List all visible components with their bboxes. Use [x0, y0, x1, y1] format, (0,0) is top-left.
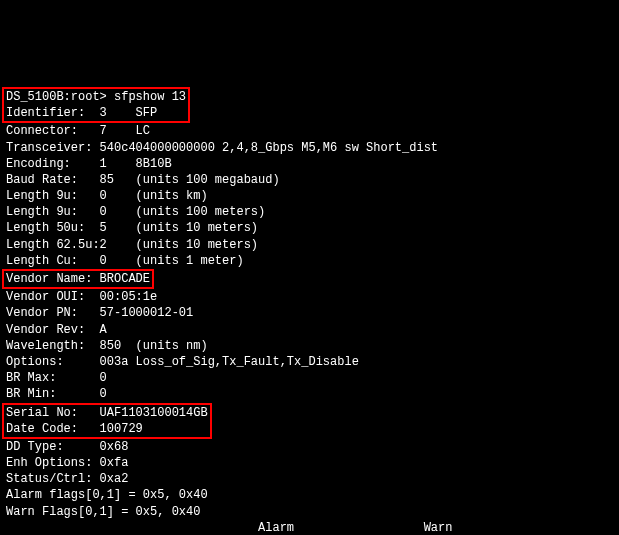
- br-max-line: BR Max: 0: [6, 371, 107, 385]
- alarm-flags-line: Alarm flags[0,1] = 0x5, 0x40: [6, 488, 208, 502]
- connector-line: Connector: 7 LC: [6, 124, 150, 138]
- status-ctrl-line: Status/Ctrl: 0xa2: [6, 472, 128, 486]
- length-62-5u-line: Length 62.5u:2 (units 10 meters): [6, 238, 258, 252]
- enh-options-line: Enh Options: 0xfa: [6, 456, 128, 470]
- length-9u-100m-line: Length 9u: 0 (units 100 meters): [6, 205, 265, 219]
- warn-flags-line: Warn Flags[0,1] = 0x5, 0x40: [6, 505, 200, 519]
- dd-type-line: DD Type: 0x68: [6, 440, 128, 454]
- vendor-pn-line: Vendor PN: 57-1000012-01: [6, 306, 193, 320]
- baud-rate-line: Baud Rate: 85 (units 100 megabaud): [6, 173, 280, 187]
- encoding-line: Encoding: 1 8B10B: [6, 157, 172, 171]
- table-header: Alarm Warn: [6, 521, 452, 535]
- vendor-oui-line: Vendor OUI: 00:05:1e: [6, 290, 157, 304]
- length-9u-km-line: Length 9u: 0 (units km): [6, 189, 208, 203]
- length-50u-line: Length 50u: 5 (units 10 meters): [6, 221, 258, 235]
- vendor-name-line: Vendor Name: BROCADE: [2, 269, 154, 289]
- terminal-output: DS_5100B:root> sfpshow 13 Identifier: 3 …: [6, 71, 613, 535]
- command-prompt: DS_5100B:root> sfpshow 13 Identifier: 3 …: [2, 87, 190, 123]
- vendor-rev-line: Vendor Rev: A: [6, 323, 107, 337]
- transceiver-line: Transceiver: 540c404000000000 2,4,8_Gbps…: [6, 141, 438, 155]
- length-cu-line: Length Cu: 0 (units 1 meter): [6, 254, 244, 268]
- serial-date-block: Serial No: UAF1103100014GB Date Code: 10…: [2, 403, 212, 439]
- wavelength-line: Wavelength: 850 (units nm): [6, 339, 208, 353]
- br-min-line: BR Min: 0: [6, 387, 107, 401]
- options-line: Options: 003a Loss_of_Sig,Tx_Fault,Tx_Di…: [6, 355, 359, 369]
